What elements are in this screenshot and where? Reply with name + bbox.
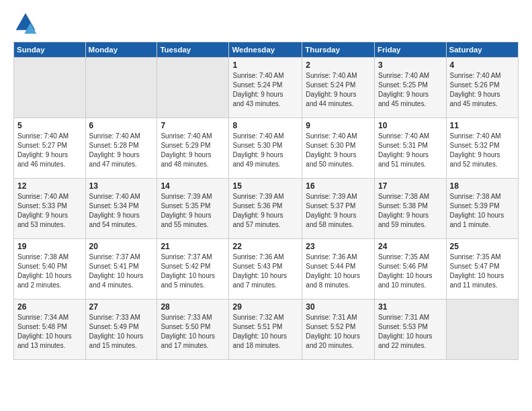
calendar-cell — [157, 58, 229, 118]
calendar-cell: 24Sunrise: 7:35 AM Sunset: 5:46 PM Dayli… — [375, 239, 447, 300]
day-number: 5 — [17, 121, 82, 130]
calendar-cell: 7Sunrise: 7:40 AM Sunset: 5:29 PM Daylig… — [157, 118, 229, 179]
calendar-cell: 15Sunrise: 7:39 AM Sunset: 5:36 PM Dayli… — [229, 179, 302, 239]
day-info: Sunrise: 7:36 AM Sunset: 5:43 PM Dayligh… — [232, 253, 298, 290]
calendar-cell — [446, 300, 518, 360]
weekday-header: Sunday — [14, 42, 86, 58]
day-number: 29 — [232, 302, 298, 312]
weekday-header: Monday — [85, 42, 157, 58]
day-number: 14 — [161, 181, 225, 191]
calendar-cell: 10Sunrise: 7:40 AM Sunset: 5:31 PM Dayli… — [375, 118, 447, 179]
calendar-cell: 19Sunrise: 7:38 AM Sunset: 5:40 PM Dayli… — [14, 239, 86, 300]
day-info: Sunrise: 7:40 AM Sunset: 5:25 PM Dayligh… — [378, 71, 443, 109]
day-number: 24 — [378, 242, 443, 251]
day-info: Sunrise: 7:35 AM Sunset: 5:46 PM Dayligh… — [378, 253, 443, 290]
calendar-cell: 21Sunrise: 7:37 AM Sunset: 5:42 PM Dayli… — [157, 239, 229, 300]
day-number: 11 — [450, 121, 515, 130]
day-info: Sunrise: 7:40 AM Sunset: 5:27 PM Dayligh… — [17, 132, 82, 169]
calendar-cell: 16Sunrise: 7:39 AM Sunset: 5:37 PM Dayli… — [302, 179, 375, 239]
calendar-cell: 31Sunrise: 7:31 AM Sunset: 5:53 PM Dayli… — [375, 300, 447, 360]
day-number: 10 — [378, 121, 443, 130]
weekday-row: SundayMondayTuesdayWednesdayThursdayFrid… — [14, 42, 519, 58]
day-info: Sunrise: 7:40 AM Sunset: 5:30 PM Dayligh… — [232, 132, 298, 169]
day-number: 3 — [378, 60, 443, 70]
day-info: Sunrise: 7:40 AM Sunset: 5:26 PM Dayligh… — [450, 71, 515, 109]
day-info: Sunrise: 7:32 AM Sunset: 5:51 PM Dayligh… — [232, 313, 298, 351]
day-info: Sunrise: 7:38 AM Sunset: 5:38 PM Dayligh… — [378, 192, 443, 230]
calendar-cell: 26Sunrise: 7:34 AM Sunset: 5:48 PM Dayli… — [14, 300, 86, 360]
day-info: Sunrise: 7:40 AM Sunset: 5:30 PM Dayligh… — [306, 132, 371, 169]
weekday-header: Thursday — [302, 42, 375, 58]
day-number: 2 — [306, 60, 371, 70]
day-number: 31 — [378, 302, 443, 312]
calendar-cell: 6Sunrise: 7:40 AM Sunset: 5:28 PM Daylig… — [85, 118, 157, 179]
day-number: 26 — [17, 302, 82, 312]
calendar-cell: 8Sunrise: 7:40 AM Sunset: 5:30 PM Daylig… — [229, 118, 302, 179]
calendar-cell: 23Sunrise: 7:36 AM Sunset: 5:44 PM Dayli… — [302, 239, 375, 300]
day-info: Sunrise: 7:40 AM Sunset: 5:31 PM Dayligh… — [378, 132, 443, 169]
day-number: 23 — [306, 242, 371, 251]
calendar-header: SundayMondayTuesdayWednesdayThursdayFrid… — [14, 42, 519, 58]
day-info: Sunrise: 7:38 AM Sunset: 5:40 PM Dayligh… — [17, 253, 82, 290]
calendar-cell: 25Sunrise: 7:35 AM Sunset: 5:47 PM Dayli… — [446, 239, 518, 300]
calendar-week-row: 5Sunrise: 7:40 AM Sunset: 5:27 PM Daylig… — [14, 118, 519, 179]
day-number: 7 — [161, 121, 225, 130]
day-number: 4 — [450, 60, 515, 70]
day-number: 8 — [232, 121, 298, 130]
day-info: Sunrise: 7:40 AM Sunset: 5:24 PM Dayligh… — [232, 71, 298, 109]
calendar-cell — [14, 58, 86, 118]
day-info: Sunrise: 7:40 AM Sunset: 5:32 PM Dayligh… — [450, 132, 515, 169]
day-number: 25 — [450, 242, 515, 251]
day-info: Sunrise: 7:33 AM Sunset: 5:49 PM Dayligh… — [89, 313, 154, 351]
calendar-cell: 22Sunrise: 7:36 AM Sunset: 5:43 PM Dayli… — [229, 239, 302, 300]
calendar-cell: 5Sunrise: 7:40 AM Sunset: 5:27 PM Daylig… — [14, 118, 86, 179]
calendar-cell: 27Sunrise: 7:33 AM Sunset: 5:49 PM Dayli… — [85, 300, 157, 360]
calendar-body: 1Sunrise: 7:40 AM Sunset: 5:24 PM Daylig… — [14, 58, 519, 360]
day-info: Sunrise: 7:40 AM Sunset: 5:28 PM Dayligh… — [89, 132, 154, 169]
day-number: 13 — [89, 181, 154, 191]
calendar-cell: 12Sunrise: 7:40 AM Sunset: 5:33 PM Dayli… — [14, 179, 86, 239]
day-info: Sunrise: 7:40 AM Sunset: 5:34 PM Dayligh… — [89, 192, 154, 230]
day-number: 28 — [161, 302, 225, 312]
calendar-cell: 9Sunrise: 7:40 AM Sunset: 5:30 PM Daylig… — [302, 118, 375, 179]
day-info: Sunrise: 7:39 AM Sunset: 5:36 PM Dayligh… — [232, 192, 298, 230]
day-number: 12 — [17, 181, 82, 191]
day-number: 15 — [232, 181, 298, 191]
calendar-cell: 2Sunrise: 7:40 AM Sunset: 5:24 PM Daylig… — [302, 58, 375, 118]
calendar-week-row: 26Sunrise: 7:34 AM Sunset: 5:48 PM Dayli… — [14, 300, 519, 360]
day-info: Sunrise: 7:40 AM Sunset: 5:33 PM Dayligh… — [17, 192, 82, 230]
day-number: 30 — [306, 302, 371, 312]
calendar-cell: 29Sunrise: 7:32 AM Sunset: 5:51 PM Dayli… — [229, 300, 302, 360]
calendar-cell: 4Sunrise: 7:40 AM Sunset: 5:26 PM Daylig… — [446, 58, 518, 118]
day-info: Sunrise: 7:35 AM Sunset: 5:47 PM Dayligh… — [450, 253, 515, 290]
calendar-cell: 14Sunrise: 7:39 AM Sunset: 5:35 PM Dayli… — [157, 179, 229, 239]
day-number: 6 — [89, 121, 154, 130]
calendar-cell: 1Sunrise: 7:40 AM Sunset: 5:24 PM Daylig… — [229, 58, 302, 118]
day-info: Sunrise: 7:37 AM Sunset: 5:42 PM Dayligh… — [161, 253, 225, 290]
day-info: Sunrise: 7:39 AM Sunset: 5:37 PM Dayligh… — [306, 192, 371, 230]
day-info: Sunrise: 7:39 AM Sunset: 5:35 PM Dayligh… — [161, 192, 225, 230]
day-info: Sunrise: 7:40 AM Sunset: 5:24 PM Dayligh… — [306, 71, 371, 109]
day-number: 22 — [232, 242, 298, 251]
logo-icon — [13, 11, 38, 35]
calendar-cell: 3Sunrise: 7:40 AM Sunset: 5:25 PM Daylig… — [375, 58, 447, 118]
day-number: 27 — [89, 302, 154, 312]
day-info: Sunrise: 7:38 AM Sunset: 5:39 PM Dayligh… — [450, 192, 515, 230]
day-info: Sunrise: 7:31 AM Sunset: 5:52 PM Dayligh… — [306, 313, 371, 351]
day-info: Sunrise: 7:33 AM Sunset: 5:50 PM Dayligh… — [161, 313, 225, 351]
day-number: 17 — [378, 181, 443, 191]
calendar-cell: 20Sunrise: 7:37 AM Sunset: 5:41 PM Dayli… — [85, 239, 157, 300]
calendar-cell: 11Sunrise: 7:40 AM Sunset: 5:32 PM Dayli… — [446, 118, 518, 179]
weekday-header: Tuesday — [157, 42, 229, 58]
day-number: 19 — [17, 242, 82, 251]
day-number: 16 — [306, 181, 371, 191]
calendar-week-row: 12Sunrise: 7:40 AM Sunset: 5:33 PM Dayli… — [14, 179, 519, 239]
day-info: Sunrise: 7:37 AM Sunset: 5:41 PM Dayligh… — [89, 253, 154, 290]
calendar-table: SundayMondayTuesdayWednesdayThursdayFrid… — [13, 42, 519, 360]
day-number: 21 — [161, 242, 225, 251]
day-number: 9 — [306, 121, 371, 130]
header — [13, 11, 519, 35]
day-number: 1 — [232, 60, 298, 70]
page-container: SundayMondayTuesdayWednesdayThursdayFrid… — [0, 0, 532, 367]
logo — [13, 11, 40, 35]
